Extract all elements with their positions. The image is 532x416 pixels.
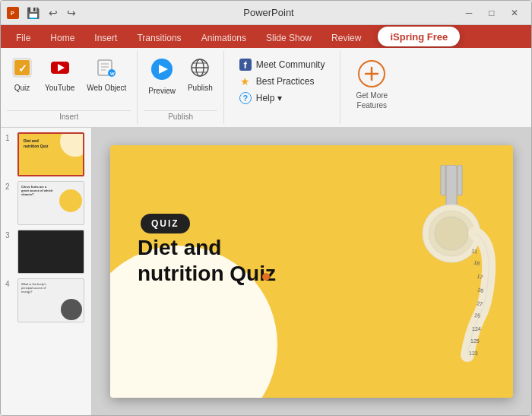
svg-rect-22 bbox=[446, 165, 457, 211]
slide-thumb-4[interactable]: 4 What is the body'sprincipal source ofe… bbox=[5, 278, 87, 322]
slide-number-2: 2 bbox=[5, 181, 14, 191]
svg-text:18: 18 bbox=[473, 259, 480, 266]
svg-text:125: 125 bbox=[470, 338, 480, 344]
svg-text:P: P bbox=[11, 11, 14, 16]
svg-rect-23 bbox=[441, 165, 445, 195]
tab-animations[interactable]: Animations bbox=[192, 28, 255, 48]
svg-text:25: 25 bbox=[474, 313, 480, 319]
insert-group-label: Insert bbox=[7, 110, 131, 121]
slide-preview-3 bbox=[17, 230, 84, 274]
ribbon-group-about: f Meet Community ★ Best Practices ? Help… bbox=[224, 51, 341, 124]
preview-label: Preview bbox=[148, 87, 176, 96]
quiz-badge: QUIZ bbox=[141, 214, 190, 233]
meet-community-button[interactable]: f Meet Community bbox=[236, 57, 328, 72]
svg-text:124: 124 bbox=[472, 326, 481, 332]
window-title: PowerPoint bbox=[243, 7, 293, 18]
slide-canvas: QUIZ Diet andnutrition Quiz bbox=[110, 145, 513, 397]
publish-icon bbox=[189, 57, 211, 82]
svg-text:11: 11 bbox=[471, 248, 478, 254]
svg-text:123: 123 bbox=[469, 351, 478, 356]
main-area: 1 Diet andnutrition Quiz 2 Citrus fruits… bbox=[1, 128, 531, 415]
slide-thumb-1[interactable]: 1 Diet andnutrition Quiz bbox=[5, 132, 87, 176]
tab-ispring[interactable]: iSpring Free bbox=[378, 27, 460, 46]
star-icon: ★ bbox=[239, 75, 252, 87]
about-items: f Meet Community ★ Best Practices ? Help… bbox=[230, 54, 334, 109]
tab-home[interactable]: Home bbox=[41, 28, 84, 48]
publish-group-label: Publish bbox=[144, 110, 217, 121]
preview-icon bbox=[150, 57, 174, 85]
best-practices-button[interactable]: ★ Best Practices bbox=[236, 74, 328, 89]
undo-button[interactable]: ↩ bbox=[46, 5, 61, 21]
ribbon-group-publish: Preview Publish Publish bbox=[138, 51, 223, 124]
title-bar: P 💾 ↩ ↪ PowerPoint ─ □ ✕ bbox=[1, 1, 531, 25]
window-controls: ─ □ ✕ bbox=[458, 5, 525, 21]
ribbon: ✓ Quiz YouTube bbox=[1, 48, 531, 128]
facebook-icon: f bbox=[239, 59, 252, 71]
web-object-label: Web Object bbox=[87, 84, 126, 93]
tab-review[interactable]: Review bbox=[322, 28, 370, 48]
slide-panel: 1 Diet andnutrition Quiz 2 Citrus fruits… bbox=[1, 128, 92, 415]
svg-text:W: W bbox=[110, 71, 115, 76]
publish-label: Publish bbox=[188, 84, 213, 93]
get-more-icon bbox=[358, 60, 385, 87]
help-button[interactable]: ? Help ▾ bbox=[236, 91, 328, 106]
maximize-button[interactable]: □ bbox=[481, 5, 502, 21]
quiz-label: Quiz bbox=[14, 84, 30, 93]
youtube-button[interactable]: YouTube bbox=[40, 54, 79, 96]
youtube-icon bbox=[49, 57, 71, 82]
tab-transitions[interactable]: Transitions bbox=[128, 28, 190, 48]
quick-access-toolbar: 💾 ↩ ↪ bbox=[24, 5, 79, 21]
slide-preview-1: Diet andnutrition Quiz bbox=[17, 132, 84, 176]
ribbon-group-get-more: Get MoreFeatures bbox=[340, 51, 403, 124]
slide-number-4: 4 bbox=[5, 278, 14, 288]
slide-preview-2: Citrus fruits are agreat source of which… bbox=[17, 181, 84, 225]
redo-button[interactable]: ↪ bbox=[64, 5, 79, 21]
about-content: f Meet Community ★ Best Practices ? Help… bbox=[230, 54, 334, 109]
preview-button[interactable]: Preview bbox=[144, 54, 180, 99]
svg-text:27: 27 bbox=[477, 300, 483, 306]
web-object-button[interactable]: W Web Object bbox=[82, 54, 131, 96]
get-more-label: Get MoreFeatures bbox=[356, 91, 388, 110]
best-practices-label: Best Practices bbox=[256, 76, 315, 87]
svg-rect-24 bbox=[458, 165, 462, 195]
ribbon-tab-bar: File Home Insert Transitions Animations … bbox=[1, 25, 531, 48]
slide-preview-4: What is the body'sprincipal source ofene… bbox=[17, 278, 84, 322]
tab-file[interactable]: File bbox=[7, 28, 40, 48]
slide-number-1: 1 bbox=[5, 132, 14, 142]
ribbon-group-insert: ✓ Quiz YouTube bbox=[1, 51, 138, 124]
save-quick-button[interactable]: 💾 bbox=[24, 5, 43, 21]
tape-measure: 11 18 17 26 27 25 124 125 123 bbox=[376, 145, 513, 397]
help-label: Help ▾ bbox=[256, 93, 282, 103]
tab-insert[interactable]: Insert bbox=[85, 28, 126, 48]
publish-button[interactable]: Publish bbox=[183, 54, 217, 96]
meet-community-label: Meet Community bbox=[256, 59, 325, 70]
slide-title: Diet andnutrition Quiz bbox=[138, 235, 276, 286]
minimize-button[interactable]: ─ bbox=[458, 5, 480, 21]
svg-point-27 bbox=[435, 217, 468, 250]
slide-view: QUIZ Diet andnutrition Quiz bbox=[92, 128, 531, 415]
get-more-features-button[interactable]: Get MoreFeatures bbox=[347, 54, 397, 116]
quiz-button[interactable]: ✓ Quiz bbox=[7, 54, 37, 96]
tab-slideshow[interactable]: Slide Show bbox=[257, 28, 321, 48]
help-icon: ? bbox=[239, 92, 252, 104]
powerpoint-icon: P bbox=[7, 7, 19, 19]
quiz-icon: ✓ bbox=[11, 57, 33, 82]
slide-number-3: 3 bbox=[5, 230, 14, 240]
web-object-icon: W bbox=[96, 57, 117, 82]
title-bar-left: P 💾 ↩ ↪ bbox=[7, 5, 79, 21]
slide-thumb-2[interactable]: 2 Citrus fruits are agreat source of whi… bbox=[5, 181, 87, 225]
close-button[interactable]: ✕ bbox=[504, 5, 525, 21]
publish-buttons: Preview Publish bbox=[144, 54, 217, 109]
insert-buttons: ✓ Quiz YouTube bbox=[7, 54, 131, 109]
slide-thumb-3[interactable]: 3 bbox=[5, 230, 87, 274]
get-more-content: Get MoreFeatures bbox=[347, 54, 397, 121]
svg-text:✓: ✓ bbox=[18, 62, 27, 75]
youtube-label: YouTube bbox=[45, 84, 74, 93]
app-window: P 💾 ↩ ↪ PowerPoint ─ □ ✕ File Home Inser… bbox=[0, 0, 532, 416]
